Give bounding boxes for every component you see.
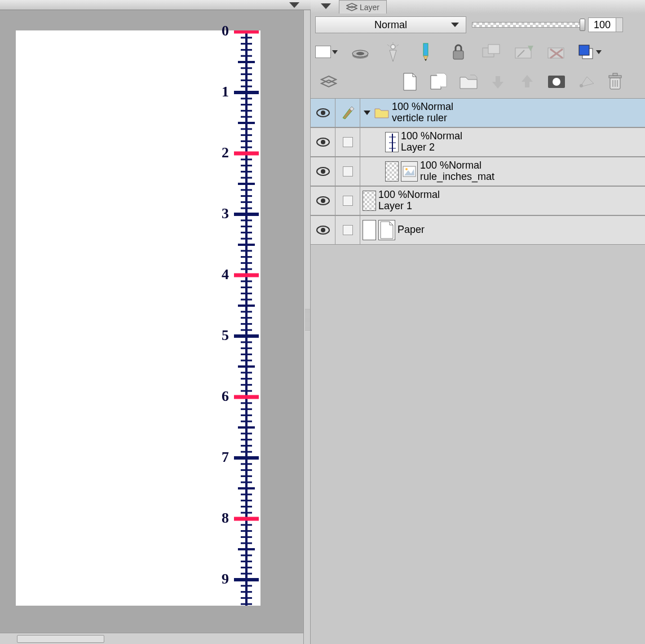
svg-point-124 xyxy=(391,45,395,49)
layer-name: verticle ruler xyxy=(392,113,453,124)
panel-collapse-icon[interactable] xyxy=(287,1,302,9)
canvas-pane: 0123456789 xyxy=(0,0,313,644)
clip-button[interactable] xyxy=(480,41,502,63)
delete-layer-button[interactable] xyxy=(604,70,626,93)
layer-thumbnail xyxy=(385,132,399,152)
select-toggle[interactable] xyxy=(335,216,360,244)
ruler-number: 6 xyxy=(222,388,229,405)
chevron-down-icon xyxy=(331,48,339,56)
svg-point-160 xyxy=(321,140,325,144)
lock-button[interactable] xyxy=(447,41,470,63)
visibility-toggle[interactable] xyxy=(311,216,335,244)
new-layer-button[interactable] xyxy=(399,70,421,93)
scrollbar-thumb[interactable] xyxy=(17,635,104,643)
ruler-number: 5 xyxy=(222,327,229,344)
opacity-value-input[interactable]: 100 xyxy=(588,17,616,32)
svg-rect-141 xyxy=(579,45,589,55)
tab-layer[interactable]: Layer xyxy=(339,0,387,14)
ruler-number: 3 xyxy=(222,205,229,222)
fg-bg-swatch-icon xyxy=(578,44,595,60)
svg-point-166 xyxy=(321,169,325,174)
layer-row[interactable]: 100 %Normal Layer 1 xyxy=(311,186,645,215)
splitter-grip-icon xyxy=(305,309,310,332)
layer-name: Layer 2 xyxy=(401,142,462,153)
blend-opacity-row: Normal 100 xyxy=(311,14,645,36)
svg-marker-0 xyxy=(289,2,299,8)
layer-tool-row-2 xyxy=(311,68,645,96)
brush-icon xyxy=(341,105,355,120)
mask-button[interactable] xyxy=(545,70,568,93)
layer-name: Layer 1 xyxy=(378,201,440,212)
ruler-number: 2 xyxy=(222,144,229,161)
airbrush-button[interactable] xyxy=(349,41,372,63)
opacity-spinner[interactable] xyxy=(616,17,623,32)
svg-marker-118 xyxy=(347,6,357,11)
layer-main: 100 %Normal verticle ruler xyxy=(360,99,645,127)
layer-row[interactable]: 100 %Normal rule_inches_mat xyxy=(311,157,645,186)
layer-thumbnail xyxy=(363,191,376,211)
layer-row[interactable]: Paper xyxy=(311,215,645,245)
pencil-button[interactable] xyxy=(414,41,437,63)
new-folder-button[interactable] xyxy=(457,70,480,93)
svg-point-169 xyxy=(405,168,408,170)
move-up-button[interactable] xyxy=(516,70,538,93)
layer-list: 100 %Normal verticle ruler 100 %Normal L… xyxy=(311,98,645,245)
svg-rect-152 xyxy=(613,73,617,76)
layer-name: Paper xyxy=(397,224,425,236)
ruler-number: 4 xyxy=(222,266,229,283)
eye-icon xyxy=(316,166,330,177)
dock-tab-bar: Layer xyxy=(311,0,645,14)
svg-point-148 xyxy=(553,78,560,86)
visibility-toggle[interactable] xyxy=(311,99,335,127)
ruler-drawing xyxy=(232,30,260,606)
paper-canvas[interactable]: 0123456789 xyxy=(16,30,260,606)
layer-row[interactable]: 100 %Normal Layer 2 xyxy=(311,127,645,157)
svg-marker-117 xyxy=(347,3,357,8)
canvas-viewport[interactable]: 0123456789 xyxy=(0,10,307,619)
visibility-toggle[interactable] xyxy=(311,187,335,215)
dock-menu-icon[interactable] xyxy=(319,2,333,10)
eye-icon xyxy=(316,108,330,118)
light-button[interactable] xyxy=(382,41,404,63)
select-toggle[interactable] xyxy=(335,157,360,186)
ruler-number: 9 xyxy=(222,571,229,588)
layer-row-folder[interactable]: 100 %Normal verticle ruler xyxy=(311,98,645,127)
ruler-number: 1 xyxy=(222,83,229,100)
move-down-button[interactable] xyxy=(487,70,509,93)
opacity-slider[interactable] xyxy=(472,20,582,30)
visibility-toggle[interactable] xyxy=(311,157,335,186)
layer-tool-row-1 xyxy=(311,36,645,68)
duplicate-layer-button[interactable] xyxy=(428,70,450,93)
svg-point-173 xyxy=(321,228,325,232)
mask-add-button[interactable] xyxy=(513,41,535,63)
color-swatch-button[interactable] xyxy=(315,46,339,58)
pane-splitter[interactable] xyxy=(303,10,311,644)
mask-remove-button[interactable] xyxy=(545,41,568,63)
layers-panel: Layer Normal 100 xyxy=(311,0,645,644)
visibility-toggle[interactable] xyxy=(311,128,335,156)
folder-icon xyxy=(374,107,390,119)
svg-rect-151 xyxy=(609,76,621,78)
chevron-down-icon xyxy=(595,48,603,56)
svg-marker-130 xyxy=(425,59,427,61)
svg-rect-133 xyxy=(488,45,500,54)
fg-bg-swatch-button[interactable] xyxy=(578,44,603,60)
paper-icon xyxy=(378,220,395,240)
ruler-number: 7 xyxy=(222,449,229,466)
svg-rect-128 xyxy=(423,43,428,56)
blend-mode-select[interactable]: Normal xyxy=(315,16,466,33)
svg-marker-120 xyxy=(332,50,338,54)
svg-point-149 xyxy=(580,84,583,87)
select-toggle[interactable] xyxy=(335,128,360,156)
horizontal-scrollbar[interactable] xyxy=(0,633,313,644)
expand-toggle[interactable] xyxy=(363,109,372,116)
layer-stack-icon xyxy=(346,3,357,12)
transform-button[interactable] xyxy=(575,70,597,93)
layers-view-button[interactable] xyxy=(317,70,340,93)
svg-marker-116 xyxy=(321,3,331,9)
select-toggle[interactable] xyxy=(335,187,360,215)
svg-marker-146 xyxy=(522,75,533,87)
paint-mode-toggle[interactable] xyxy=(335,99,360,127)
blend-mode-value: Normal xyxy=(374,19,407,31)
slider-knob[interactable] xyxy=(580,19,585,31)
